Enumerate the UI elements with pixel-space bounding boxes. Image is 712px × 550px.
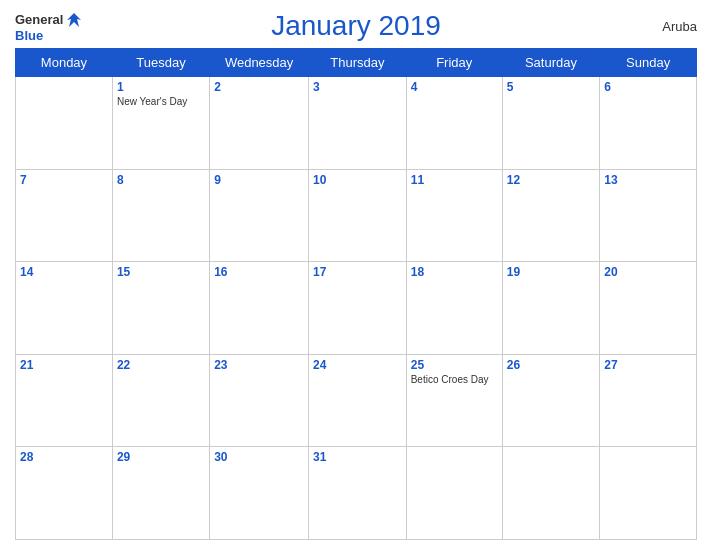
logo: General Blue xyxy=(15,11,83,42)
svg-marker-0 xyxy=(67,13,81,27)
calendar-cell: 1New Year's Day xyxy=(112,77,209,170)
calendar-cell xyxy=(16,77,113,170)
calendar-cell: 26 xyxy=(502,354,599,447)
holiday-label: Betico Croes Day xyxy=(411,374,498,385)
logo-general: General xyxy=(15,13,63,26)
logo-blue: Blue xyxy=(15,29,83,42)
calendar-cell: 27 xyxy=(600,354,697,447)
holiday-label: New Year's Day xyxy=(117,96,205,107)
calendar-cell: 31 xyxy=(309,447,407,540)
calendar-header: General Blue January 2019 Aruba xyxy=(15,10,697,42)
day-number: 25 xyxy=(411,358,498,372)
calendar-cell: 15 xyxy=(112,262,209,355)
calendar-cell: 7 xyxy=(16,169,113,262)
day-number: 3 xyxy=(313,80,402,94)
calendar-cell: 5 xyxy=(502,77,599,170)
col-thursday: Thursday xyxy=(309,49,407,77)
day-number: 26 xyxy=(507,358,595,372)
calendar-cell: 10 xyxy=(309,169,407,262)
month-title: January 2019 xyxy=(271,10,441,42)
col-saturday: Saturday xyxy=(502,49,599,77)
calendar-cell: 16 xyxy=(210,262,309,355)
day-number: 21 xyxy=(20,358,108,372)
day-number: 30 xyxy=(214,450,304,464)
calendar-cell: 2 xyxy=(210,77,309,170)
day-number: 12 xyxy=(507,173,595,187)
day-number: 22 xyxy=(117,358,205,372)
calendar-cell: 22 xyxy=(112,354,209,447)
col-friday: Friday xyxy=(406,49,502,77)
calendar-cell: 3 xyxy=(309,77,407,170)
day-number: 19 xyxy=(507,265,595,279)
calendar-cell: 17 xyxy=(309,262,407,355)
calendar-cell: 4 xyxy=(406,77,502,170)
day-number: 10 xyxy=(313,173,402,187)
calendar-cell: 14 xyxy=(16,262,113,355)
calendar-cell: 23 xyxy=(210,354,309,447)
col-wednesday: Wednesday xyxy=(210,49,309,77)
day-number: 31 xyxy=(313,450,402,464)
day-number: 7 xyxy=(20,173,108,187)
calendar-cell: 11 xyxy=(406,169,502,262)
calendar-table: Monday Tuesday Wednesday Thursday Friday… xyxy=(15,48,697,540)
weekday-header-row: Monday Tuesday Wednesday Thursday Friday… xyxy=(16,49,697,77)
day-number: 29 xyxy=(117,450,205,464)
calendar-cell: 6 xyxy=(600,77,697,170)
day-number: 6 xyxy=(604,80,692,94)
col-sunday: Sunday xyxy=(600,49,697,77)
day-number: 1 xyxy=(117,80,205,94)
day-number: 5 xyxy=(507,80,595,94)
day-number: 14 xyxy=(20,265,108,279)
calendar-cell: 12 xyxy=(502,169,599,262)
calendar-cell: 21 xyxy=(16,354,113,447)
calendar-cell: 18 xyxy=(406,262,502,355)
calendar-cell: 28 xyxy=(16,447,113,540)
logo-bird-icon xyxy=(65,11,83,29)
calendar-cell: 8 xyxy=(112,169,209,262)
calendar-cell xyxy=(502,447,599,540)
day-number: 11 xyxy=(411,173,498,187)
day-number: 28 xyxy=(20,450,108,464)
day-number: 27 xyxy=(604,358,692,372)
week-row-5: 28293031 xyxy=(16,447,697,540)
calendar-cell xyxy=(600,447,697,540)
day-number: 24 xyxy=(313,358,402,372)
day-number: 9 xyxy=(214,173,304,187)
calendar-cell: 20 xyxy=(600,262,697,355)
day-number: 17 xyxy=(313,265,402,279)
calendar-cell: 30 xyxy=(210,447,309,540)
day-number: 2 xyxy=(214,80,304,94)
day-number: 18 xyxy=(411,265,498,279)
calendar-cell xyxy=(406,447,502,540)
day-number: 23 xyxy=(214,358,304,372)
col-monday: Monday xyxy=(16,49,113,77)
day-number: 20 xyxy=(604,265,692,279)
calendar-cell: 24 xyxy=(309,354,407,447)
day-number: 15 xyxy=(117,265,205,279)
day-number: 16 xyxy=(214,265,304,279)
country-label: Aruba xyxy=(662,19,697,34)
calendar-cell: 13 xyxy=(600,169,697,262)
calendar-cell: 19 xyxy=(502,262,599,355)
col-tuesday: Tuesday xyxy=(112,49,209,77)
week-row-3: 14151617181920 xyxy=(16,262,697,355)
calendar-cell: 9 xyxy=(210,169,309,262)
week-row-1: 1New Year's Day23456 xyxy=(16,77,697,170)
calendar-cell: 29 xyxy=(112,447,209,540)
calendar-cell: 25Betico Croes Day xyxy=(406,354,502,447)
day-number: 8 xyxy=(117,173,205,187)
day-number: 13 xyxy=(604,173,692,187)
week-row-4: 2122232425Betico Croes Day2627 xyxy=(16,354,697,447)
day-number: 4 xyxy=(411,80,498,94)
week-row-2: 78910111213 xyxy=(16,169,697,262)
